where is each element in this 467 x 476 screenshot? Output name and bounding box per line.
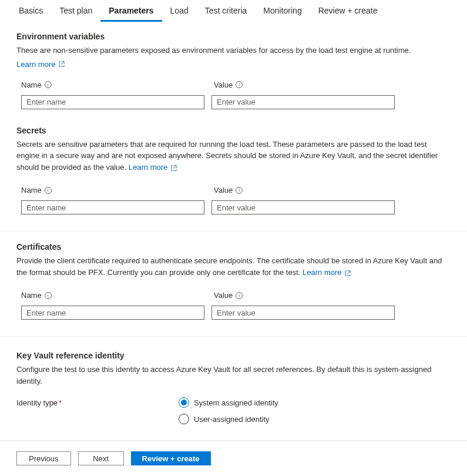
- certs-name-header: Name i: [21, 291, 214, 300]
- certs-desc: Provide the client certificate required …: [16, 255, 451, 279]
- external-link-icon: [59, 60, 65, 69]
- secrets-title: Secrets: [16, 126, 451, 135]
- env-vars-value-header: Value i: [214, 81, 451, 89]
- previous-button[interactable]: Previous: [16, 451, 71, 465]
- tab-load[interactable]: Load: [162, 0, 197, 22]
- next-button[interactable]: Next: [78, 451, 124, 465]
- certs-section: Certificates Provide the client certific…: [16, 242, 451, 320]
- info-icon[interactable]: i: [236, 292, 243, 299]
- tab-monitoring[interactable]: Monitoring: [255, 0, 310, 22]
- secrets-section: Secrets Secrets are sensitive parameters…: [16, 126, 451, 215]
- info-icon[interactable]: i: [45, 81, 52, 88]
- certs-learn-more-link[interactable]: Learn more: [303, 268, 351, 277]
- env-vars-row: [21, 95, 451, 109]
- env-vars-name-header: Name i: [21, 81, 214, 89]
- identity-system-radio[interactable]: System assigned identity: [179, 397, 278, 408]
- cert-value-input[interactable]: [211, 306, 395, 320]
- secrets-param-header: Name i Value i: [21, 186, 451, 195]
- radio-icon: [179, 397, 189, 408]
- review-create-button[interactable]: Review + create: [131, 451, 211, 465]
- page-content: Environment variables These are non-sens…: [0, 22, 467, 424]
- info-icon[interactable]: i: [45, 187, 52, 194]
- identity-type-label: Identity type*: [16, 397, 179, 407]
- key-vault-identity-section: Key Vault reference identity Configure t…: [16, 351, 451, 424]
- identity-type-radio-group: System assigned identity User-assigned i…: [179, 397, 278, 424]
- info-icon[interactable]: i: [236, 81, 243, 88]
- section-divider: [0, 231, 467, 232]
- secrets-learn-more-link[interactable]: Learn more: [129, 163, 177, 172]
- env-var-value-input[interactable]: [211, 95, 395, 109]
- identity-type-field: Identity type* System assigned identity …: [16, 397, 451, 424]
- env-vars-param-header: Name i Value i: [21, 81, 451, 89]
- secrets-row: [21, 200, 451, 214]
- info-icon[interactable]: i: [45, 292, 52, 299]
- env-var-name-input[interactable]: [21, 95, 204, 109]
- radio-icon: [179, 414, 189, 424]
- kv-desc: Configure the test to use this identity …: [16, 364, 451, 387]
- certs-params: Name i Value i: [16, 291, 451, 320]
- certs-row: [21, 306, 451, 320]
- tab-review-create[interactable]: Review + create: [310, 0, 386, 22]
- secrets-desc: Secrets are sensitive parameters that ar…: [16, 139, 451, 175]
- secrets-params: Name i Value i: [16, 186, 451, 214]
- kv-title: Key Vault reference identity: [16, 351, 451, 360]
- external-link-icon: [345, 268, 351, 280]
- env-vars-params: Name i Value i: [16, 81, 451, 109]
- tab-test-plan[interactable]: Test plan: [51, 0, 100, 22]
- env-vars-desc: These are non-sensitive parameters expos…: [16, 45, 451, 56]
- tab-basics[interactable]: Basics: [11, 0, 51, 22]
- certs-title: Certificates: [16, 242, 451, 252]
- secrets-name-header: Name i: [21, 186, 214, 195]
- section-divider: [0, 336, 467, 337]
- env-vars-learn-more-link[interactable]: Learn more: [16, 60, 65, 69]
- info-icon[interactable]: i: [236, 187, 243, 194]
- secrets-value-header: Value i: [214, 186, 451, 195]
- cert-name-input[interactable]: [21, 306, 204, 320]
- wizard-footer: Previous Next Review + create: [0, 440, 467, 476]
- wizard-tabs: Basics Test plan Parameters Load Test cr…: [0, 0, 467, 22]
- tab-parameters[interactable]: Parameters: [100, 0, 162, 22]
- certs-value-header: Value i: [214, 291, 451, 300]
- certs-param-header: Name i Value i: [21, 291, 451, 300]
- tab-test-criteria[interactable]: Test criteria: [197, 0, 256, 22]
- secret-value-input[interactable]: [211, 200, 395, 214]
- required-indicator: *: [59, 398, 62, 407]
- external-link-icon: [171, 163, 177, 175]
- env-vars-section: Environment variables These are non-sens…: [16, 32, 451, 109]
- identity-user-radio[interactable]: User-assigned identity: [179, 414, 278, 424]
- secret-name-input[interactable]: [21, 200, 204, 214]
- env-vars-title: Environment variables: [16, 32, 451, 41]
